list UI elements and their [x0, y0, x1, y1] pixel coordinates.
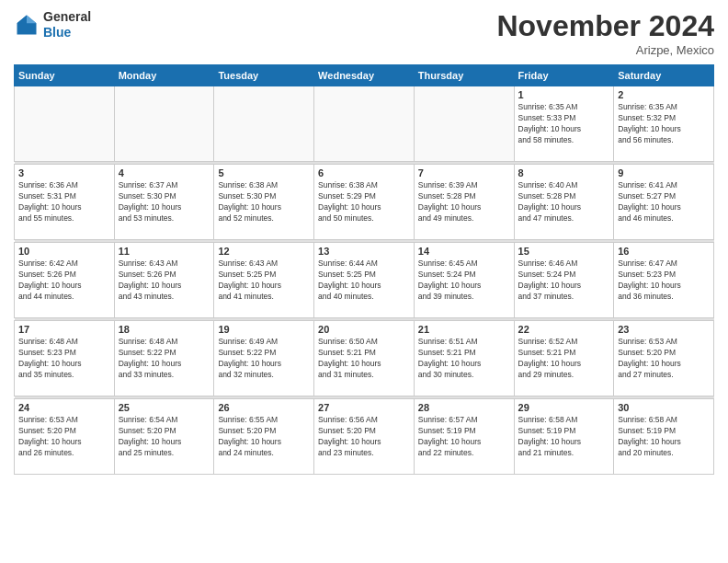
table-row: 29Sunrise: 6:58 AM Sunset: 5:19 PM Dayli… [514, 399, 614, 475]
day-number: 20 [318, 324, 410, 335]
day-number: 13 [318, 246, 410, 257]
col-tuesday: Tuesday [214, 65, 314, 86]
table-row: 7Sunrise: 6:39 AM Sunset: 5:28 PM Daylig… [414, 165, 514, 240]
table-row: 15Sunrise: 6:46 AM Sunset: 5:24 PM Dayli… [514, 243, 614, 318]
day-info: Sunrise: 6:43 AM Sunset: 5:25 PM Dayligh… [218, 259, 310, 303]
day-number: 28 [418, 402, 510, 413]
table-row: 6Sunrise: 6:38 AM Sunset: 5:29 PM Daylig… [314, 165, 415, 240]
header: General Blue November 2024 Arizpe, Mexic… [14, 9, 714, 57]
table-row [214, 86, 314, 162]
day-number: 23 [618, 324, 710, 335]
day-number: 30 [618, 402, 710, 413]
table-row: 3Sunrise: 6:36 AM Sunset: 5:31 PM Daylig… [15, 165, 115, 240]
day-number: 14 [418, 246, 510, 257]
day-number: 16 [618, 246, 710, 257]
svg-marker-1 [27, 15, 37, 23]
table-row: 2Sunrise: 6:35 AM Sunset: 5:32 PM Daylig… [614, 86, 714, 162]
table-row: 16Sunrise: 6:47 AM Sunset: 5:23 PM Dayli… [614, 243, 714, 318]
day-info: Sunrise: 6:45 AM Sunset: 5:24 PM Dayligh… [418, 259, 510, 303]
table-row: 5Sunrise: 6:38 AM Sunset: 5:30 PM Daylig… [214, 165, 314, 240]
logo-general: General [43, 9, 91, 24]
day-info: Sunrise: 6:42 AM Sunset: 5:26 PM Dayligh… [18, 259, 110, 303]
table-row: 12Sunrise: 6:43 AM Sunset: 5:25 PM Dayli… [214, 243, 314, 318]
table-row: 21Sunrise: 6:51 AM Sunset: 5:21 PM Dayli… [414, 321, 514, 396]
table-row [314, 86, 415, 162]
table-row: 27Sunrise: 6:56 AM Sunset: 5:20 PM Dayli… [314, 399, 415, 475]
day-number: 6 [318, 167, 410, 178]
day-info: Sunrise: 6:58 AM Sunset: 5:19 PM Dayligh… [518, 415, 610, 459]
day-number: 12 [218, 246, 310, 257]
day-number: 27 [318, 402, 410, 413]
calendar: Sunday Monday Tuesday Wednesday Thursday… [14, 64, 714, 475]
col-sunday: Sunday [15, 65, 115, 86]
table-row: 4Sunrise: 6:37 AM Sunset: 5:30 PM Daylig… [114, 165, 214, 240]
day-info: Sunrise: 6:51 AM Sunset: 5:21 PM Dayligh… [418, 337, 510, 381]
table-row: 9Sunrise: 6:41 AM Sunset: 5:27 PM Daylig… [614, 165, 714, 240]
day-info: Sunrise: 6:52 AM Sunset: 5:21 PM Dayligh… [518, 337, 610, 381]
day-number: 18 [119, 324, 210, 335]
calendar-week-row: 17Sunrise: 6:48 AM Sunset: 5:23 PM Dayli… [15, 321, 714, 396]
day-info: Sunrise: 6:58 AM Sunset: 5:19 PM Dayligh… [618, 415, 710, 459]
day-info: Sunrise: 6:37 AM Sunset: 5:30 PM Dayligh… [119, 180, 210, 224]
table-row [114, 86, 214, 162]
table-row: 19Sunrise: 6:49 AM Sunset: 5:22 PM Dayli… [214, 321, 314, 396]
day-info: Sunrise: 6:55 AM Sunset: 5:20 PM Dayligh… [218, 415, 310, 459]
table-row: 13Sunrise: 6:44 AM Sunset: 5:25 PM Dayli… [314, 243, 415, 318]
day-info: Sunrise: 6:48 AM Sunset: 5:22 PM Dayligh… [119, 337, 210, 381]
logo-blue: Blue [43, 25, 71, 40]
day-number: 29 [518, 402, 610, 413]
day-info: Sunrise: 6:46 AM Sunset: 5:24 PM Dayligh… [518, 259, 610, 303]
col-monday: Monday [114, 65, 214, 86]
calendar-header-row: Sunday Monday Tuesday Wednesday Thursday… [15, 65, 714, 86]
day-number: 9 [618, 167, 710, 178]
logo: General Blue [14, 9, 91, 40]
table-row: 20Sunrise: 6:50 AM Sunset: 5:21 PM Dayli… [314, 321, 415, 396]
table-row: 30Sunrise: 6:58 AM Sunset: 5:19 PM Dayli… [614, 399, 714, 475]
day-info: Sunrise: 6:35 AM Sunset: 5:33 PM Dayligh… [518, 102, 610, 146]
table-row: 14Sunrise: 6:45 AM Sunset: 5:24 PM Dayli… [414, 243, 514, 318]
table-row: 17Sunrise: 6:48 AM Sunset: 5:23 PM Dayli… [15, 321, 115, 396]
day-number: 5 [218, 167, 310, 178]
table-row: 23Sunrise: 6:53 AM Sunset: 5:20 PM Dayli… [614, 321, 714, 396]
day-info: Sunrise: 6:53 AM Sunset: 5:20 PM Dayligh… [618, 337, 710, 381]
title-block: November 2024 Arizpe, Mexico [496, 9, 714, 57]
day-number: 10 [18, 246, 110, 257]
day-number: 1 [518, 89, 610, 100]
day-number: 26 [218, 402, 310, 413]
table-row: 10Sunrise: 6:42 AM Sunset: 5:26 PM Dayli… [15, 243, 115, 318]
calendar-week-row: 3Sunrise: 6:36 AM Sunset: 5:31 PM Daylig… [15, 165, 714, 240]
calendar-week-row: 1Sunrise: 6:35 AM Sunset: 5:33 PM Daylig… [15, 86, 714, 162]
day-number: 3 [18, 167, 110, 178]
day-info: Sunrise: 6:48 AM Sunset: 5:23 PM Dayligh… [18, 337, 110, 381]
day-info: Sunrise: 6:54 AM Sunset: 5:20 PM Dayligh… [119, 415, 210, 459]
day-info: Sunrise: 6:38 AM Sunset: 5:29 PM Dayligh… [318, 180, 410, 224]
day-number: 4 [119, 167, 210, 178]
day-number: 22 [518, 324, 610, 335]
table-row: 26Sunrise: 6:55 AM Sunset: 5:20 PM Dayli… [214, 399, 314, 475]
table-row [414, 86, 514, 162]
table-row: 25Sunrise: 6:54 AM Sunset: 5:20 PM Dayli… [114, 399, 214, 475]
col-friday: Friday [514, 65, 614, 86]
location: Arizpe, Mexico [496, 43, 714, 57]
day-info: Sunrise: 6:40 AM Sunset: 5:28 PM Dayligh… [518, 180, 610, 224]
day-number: 2 [618, 89, 710, 100]
day-number: 15 [518, 246, 610, 257]
day-number: 8 [518, 167, 610, 178]
col-thursday: Thursday [414, 65, 514, 86]
day-number: 17 [18, 324, 110, 335]
col-wednesday: Wednesday [314, 65, 415, 86]
table-row: 22Sunrise: 6:52 AM Sunset: 5:21 PM Dayli… [514, 321, 614, 396]
day-number: 21 [418, 324, 510, 335]
day-info: Sunrise: 6:38 AM Sunset: 5:30 PM Dayligh… [218, 180, 310, 224]
day-number: 25 [119, 402, 210, 413]
table-row [15, 86, 115, 162]
day-info: Sunrise: 6:53 AM Sunset: 5:20 PM Dayligh… [18, 415, 110, 459]
table-row: 18Sunrise: 6:48 AM Sunset: 5:22 PM Dayli… [114, 321, 214, 396]
logo-icon [14, 12, 40, 38]
day-info: Sunrise: 6:36 AM Sunset: 5:31 PM Dayligh… [18, 180, 110, 224]
day-info: Sunrise: 6:43 AM Sunset: 5:26 PM Dayligh… [119, 259, 210, 303]
logo-text: General Blue [43, 9, 91, 40]
svg-marker-2 [17, 15, 28, 23]
day-number: 19 [218, 324, 310, 335]
table-row: 8Sunrise: 6:40 AM Sunset: 5:28 PM Daylig… [514, 165, 614, 240]
